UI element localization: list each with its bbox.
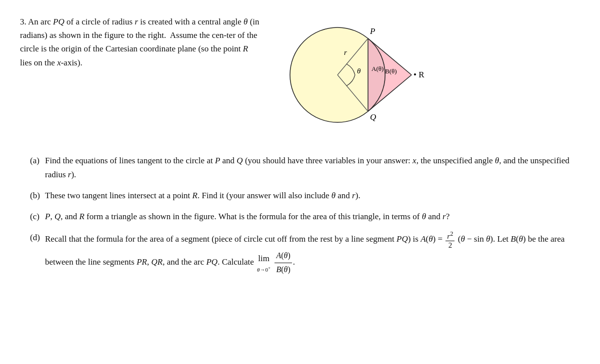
label-r: r [344, 48, 347, 56]
label-B-theta: B(θ) [385, 67, 397, 75]
part-a: (a) Find the equations of lines tangent … [30, 154, 570, 182]
label-R: • R [414, 70, 424, 79]
part-c: (c) P, Q, and R form a triangle as shown… [30, 210, 570, 224]
and-text: and [338, 191, 350, 200]
limit-fraction-numerator: A(θ) [274, 249, 292, 263]
problem-intro-block: 3. An arc PQ of a circle of radius r is … [20, 15, 260, 69]
svg-marker-1 [368, 38, 412, 111]
part-b-label: (b) [30, 189, 45, 202]
part-a-label: (a) [30, 154, 45, 167]
lim-subscript: θ→0+ [257, 264, 270, 274]
as-shown-text: as shown [50, 30, 81, 40]
part-d: (d) Recall that the formula for the area… [30, 231, 570, 276]
label-theta: θ [357, 67, 361, 75]
part-c-label: (c) [30, 210, 45, 223]
part-c-content: P, Q, and R form a triangle as shown in … [45, 210, 570, 224]
parts-container: (a) Find the equations of lines tangent … [20, 154, 570, 276]
fraction-numerator: r2 [446, 231, 454, 241]
figure-container: P Q • R r θ A(θ) B(θ) [265, 10, 425, 140]
problem-header: 3. An arc PQ of a circle of radius r is … [20, 15, 580, 140]
problem-container: 3. An arc PQ of a circle of radius r is … [20, 15, 580, 276]
fraction-r2-over-2: r2 2 [446, 231, 454, 249]
part-b-content: These two tangent lines intersect at a p… [45, 189, 570, 203]
problem-number: 3. [20, 17, 26, 26]
part-a-content: Find the equations of lines tangent to t… [45, 154, 570, 182]
lim-text: lim [258, 252, 270, 266]
label-A-theta: A(θ) [372, 65, 384, 72]
limit-operator: lim θ→0+ [257, 252, 270, 274]
diagram-svg: P Q • R r θ A(θ) B(θ) [265, 10, 425, 140]
part-b: (b) These two tangent lines intersect at… [30, 189, 570, 203]
label-P: P [370, 26, 375, 36]
limit-fraction: A(θ) B(θ) [274, 249, 292, 276]
limit-fraction-denominator: B(θ) [274, 263, 292, 276]
with-text: with [174, 17, 190, 26]
is-created-text: is created [140, 17, 172, 26]
part-d-content: Recall that the formula for the area of … [45, 231, 570, 276]
part-d-label: (d) [30, 231, 45, 244]
label-Q: Q [370, 112, 376, 122]
fraction-denominator: 2 [447, 241, 454, 250]
